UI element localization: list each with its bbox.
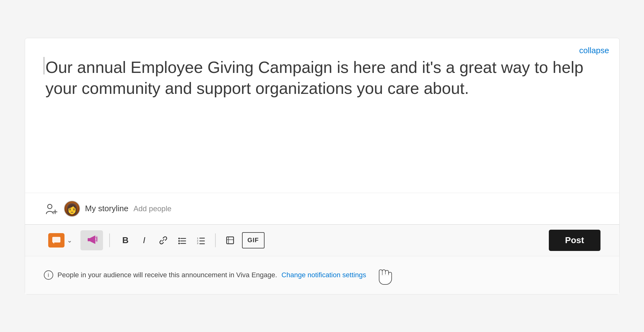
add-people-icon[interactable] [44,201,59,216]
post-button[interactable]: Post [549,230,600,251]
svg-point-7 [178,243,180,244]
numbered-list-icon: 1 2 3 [196,236,205,245]
link-button[interactable] [155,232,171,248]
svg-point-6 [178,240,180,242]
notification-bar: i People in your audience will receive t… [25,256,619,294]
editor-body-text: Our annual Employee Giving Campaign is h… [45,57,600,99]
italic-button[interactable]: I [136,232,152,248]
message-icon [48,233,64,248]
italic-label: I [143,235,146,245]
avatar [64,201,80,217]
layout-button[interactable] [222,232,238,248]
svg-rect-3 [52,237,60,243]
add-people-text[interactable]: Add people [133,204,171,213]
bold-label: B [122,235,128,245]
toolbar-left: ⌄ B [44,230,549,251]
announcement-type-button[interactable] [80,230,103,250]
bullet-list-button[interactable] [174,232,190,248]
svg-rect-17 [227,237,234,244]
post-editor: collapse Our annual Employee Giving Camp… [25,38,620,294]
toolbar: ⌄ B [25,224,619,256]
change-notification-link[interactable]: Change notification settings [281,271,366,279]
gif-label: GIF [247,237,259,244]
bullet-list-icon [178,236,186,245]
svg-point-5 [178,238,180,239]
notification-text: People in your audience will receive thi… [58,271,277,279]
gif-button[interactable]: GIF [242,232,265,248]
link-icon [159,236,167,245]
audience-row: My storyline Add people [25,193,619,224]
hand-cursor-icon [373,263,395,288]
dropdown-arrow-icon: ⌄ [67,237,72,244]
megaphone-icon [86,233,98,248]
numbered-list-button[interactable]: 1 2 3 [193,232,209,248]
svg-rect-4 [88,238,90,241]
toolbar-divider-2 [215,233,216,247]
svg-point-0 [48,204,52,209]
layout-icon [226,236,234,245]
editor-content[interactable]: Our annual Employee Giving Campaign is h… [25,38,619,193]
svg-text:3: 3 [197,242,198,245]
toolbar-divider-1 [109,233,110,247]
info-icon: i [44,270,53,280]
bold-button[interactable]: B [117,232,134,248]
storyline-label: My storyline [85,204,129,213]
post-type-button[interactable]: ⌄ [44,230,77,251]
text-cursor [44,57,44,74]
